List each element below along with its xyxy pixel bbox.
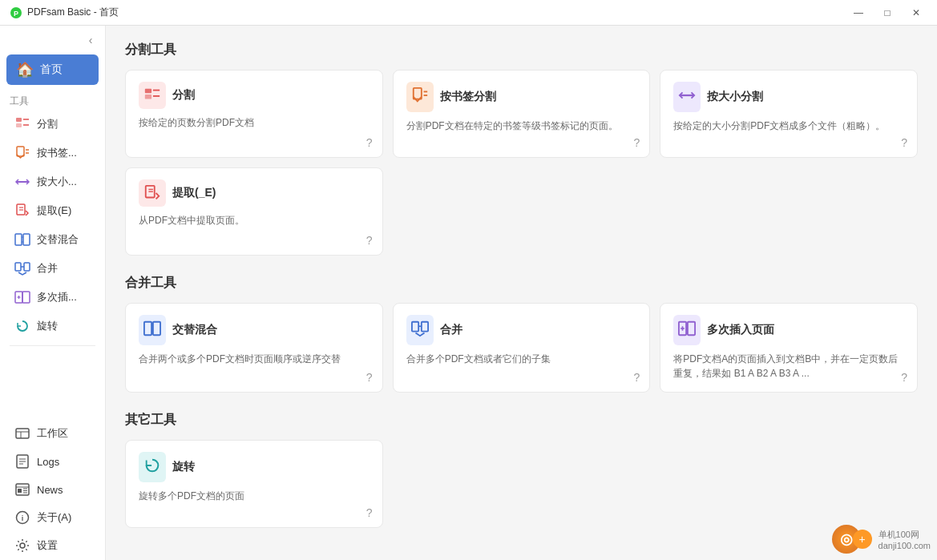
rotate-card-title: 旋转	[172, 460, 195, 474]
merge-card-help[interactable]: ?	[634, 371, 640, 384]
tool-card-multi-insert[interactable]: 多次插入页面 将PDF文档A的页面插入到文档B中，并在一定页数后重复，结果如 B…	[660, 303, 918, 393]
svg-rect-20	[22, 292, 30, 303]
tool-card-bookmark-split[interactable]: 按书签分割 分割PDF文档在特定的书签等级书签标记的页面。 ?	[393, 70, 651, 158]
rotate-icon	[14, 318, 30, 334]
split-tool-grid: 分割 按给定的页数分割PDF文档 ? 按书签分割	[125, 70, 918, 256]
sidebar-item-alternate[interactable]: 交替混合	[5, 226, 100, 253]
bookmark-split-card-help[interactable]: ?	[634, 136, 640, 149]
sidebar-merge-label: 合并	[37, 261, 58, 276]
rotate-card-help[interactable]: ?	[366, 506, 373, 519]
bookmark-split-card-icon	[411, 87, 429, 104]
sidebar-collapse-button[interactable]: ‹	[83, 32, 99, 48]
multi-insert-icon	[14, 289, 30, 305]
logs-icon	[14, 453, 30, 469]
alternate-card-icon	[143, 320, 161, 337]
sidebar-divider	[10, 345, 95, 346]
sidebar-workspace-label: 工作区	[37, 426, 68, 441]
tool-card-extract[interactable]: 提取(_E) 从PDF文档中提取页面。 ?	[125, 167, 383, 256]
merge-card-desc: 合并多个PDF文档或者它们的子集	[406, 352, 637, 381]
extract-card-desc: 从PDF文档中提取页面。	[139, 213, 370, 244]
split-card-help[interactable]: ?	[366, 136, 373, 149]
sidebar-item-settings[interactable]: 设置	[5, 532, 100, 559]
tool-card-rotate[interactable]: 旋转 旋转多个PDF文档的页面 ?	[125, 440, 383, 528]
sidebar-multi-insert-label: 多次插...	[37, 290, 77, 304]
size-split-card-title: 按大小分割	[707, 90, 763, 104]
sidebar-item-home[interactable]: 🏠 首页	[6, 54, 99, 85]
sidebar-item-about[interactable]: i 关于(A)	[5, 504, 100, 531]
tool-card-merge[interactable]: 合并 合并多个PDF文档或者它们的子集 ?	[393, 303, 651, 393]
minimize-button[interactable]: —	[847, 4, 870, 22]
extract-icon	[14, 203, 30, 219]
merge-tool-grid: 交替混合 合并两个或多个PDF文档时页面顺序或逆序交替 ?	[125, 303, 918, 393]
sidebar-item-workspace[interactable]: 工作区	[5, 420, 100, 447]
close-button[interactable]: ✕	[905, 4, 927, 22]
svg-rect-57	[688, 322, 695, 336]
workspace-icon	[14, 425, 30, 441]
sidebar-section-tools: 工具	[0, 91, 105, 110]
sidebar-item-news[interactable]: News	[5, 476, 100, 503]
size-split-card-icon	[678, 87, 696, 104]
sidebar-item-bookmark-split[interactable]: 按书签...	[5, 139, 100, 167]
sidebar-rotate-label: 旋转	[37, 319, 58, 333]
titlebar-controls: — □ ✕	[847, 4, 927, 22]
alternate-card-desc: 合并两个或多个PDF文档时页面顺序或逆序交替	[139, 352, 370, 381]
svg-rect-40	[145, 95, 151, 99]
split-card-icon-bg	[139, 82, 166, 109]
svg-point-38	[20, 543, 25, 548]
sidebar-item-split[interactable]: 分割	[5, 111, 100, 138]
split-card-icon	[143, 87, 161, 104]
extract-card-icon-bg	[139, 179, 166, 207]
sidebar-item-size-split[interactable]: 按大小...	[5, 168, 100, 195]
settings-icon	[14, 538, 30, 554]
tool-card-split[interactable]: 分割 按给定的页数分割PDF文档 ?	[125, 70, 383, 158]
extract-card-title: 提取(_E)	[172, 186, 216, 200]
size-split-card-icon-bg	[673, 82, 701, 112]
svg-rect-55	[421, 322, 427, 332]
sidebar-item-extract[interactable]: 提取(E)	[5, 197, 100, 224]
svg-rect-23	[16, 429, 29, 438]
sidebar-home-label: 首页	[40, 62, 63, 77]
multi-insert-card-title: 多次插入页面	[707, 323, 774, 337]
sidebar-item-logs[interactable]: Logs	[5, 448, 100, 475]
svg-rect-39	[145, 89, 151, 94]
maximize-button[interactable]: □	[876, 4, 899, 22]
sidebar-bottom: 工作区 Logs N	[0, 419, 105, 560]
size-split-card-help[interactable]: ?	[901, 136, 907, 149]
alternate-card-icon-bg	[139, 315, 166, 345]
tool-card-alternate[interactable]: 交替混合 合并两个或多个PDF文档时页面顺序或逆序交替 ?	[125, 303, 383, 393]
split-card-desc: 按给定的页数分割PDF文档	[139, 115, 370, 146]
svg-rect-14	[23, 234, 30, 245]
home-icon: 🏠	[16, 61, 34, 79]
sidebar-logs-label: Logs	[37, 456, 59, 468]
sidebar-settings-label: 设置	[37, 538, 58, 553]
bookmark-split-card-icon-bg	[406, 82, 434, 112]
sidebar-item-multi-insert[interactable]: 多次插...	[5, 284, 100, 311]
size-split-icon	[14, 174, 30, 190]
titlebar: P PDFsam Basic - 首页 — □ ✕	[0, 0, 937, 26]
sidebar-about-label: 关于(A)	[37, 510, 71, 525]
svg-rect-13	[15, 234, 22, 245]
titlebar-title: PDFsam Basic - 首页	[27, 6, 847, 19]
about-icon: i	[14, 510, 30, 526]
merge-card-icon	[411, 320, 429, 337]
svg-rect-50	[144, 322, 151, 336]
split-card-title: 分割	[172, 88, 195, 103]
multi-insert-card-help[interactable]: ?	[901, 371, 907, 384]
svg-rect-2	[16, 118, 22, 122]
svg-rect-51	[153, 322, 160, 336]
sidebar-size-split-label: 按大小...	[37, 175, 77, 189]
extract-card-help[interactable]: ?	[366, 234, 373, 247]
tool-card-size-split[interactable]: 按大小分割 按给定的大小分割PDF文档成多个文件（粗略）。 ?	[660, 70, 918, 158]
sidebar-item-merge[interactable]: 合并	[5, 255, 100, 282]
watermark-plus: +	[853, 530, 872, 549]
split-section-title: 分割工具	[125, 42, 918, 58]
svg-rect-17	[15, 263, 21, 271]
alternate-card-help[interactable]: ?	[366, 371, 373, 384]
watermark: ◎ + 单机100网danji100.com	[832, 525, 931, 554]
merge-card-icon-bg	[406, 315, 434, 345]
bookmark-split-card-title: 按书签分割	[440, 90, 496, 104]
multi-insert-card-desc: 将PDF文档A的页面插入到文档B中，并在一定页数后重复，结果如 B1 A B2 …	[673, 352, 904, 381]
sidebar-item-rotate[interactable]: 旋转	[5, 312, 100, 340]
sidebar: ‹ 🏠 首页 工具 分割 按书签...	[0, 26, 106, 560]
rotate-card-icon	[143, 457, 161, 474]
